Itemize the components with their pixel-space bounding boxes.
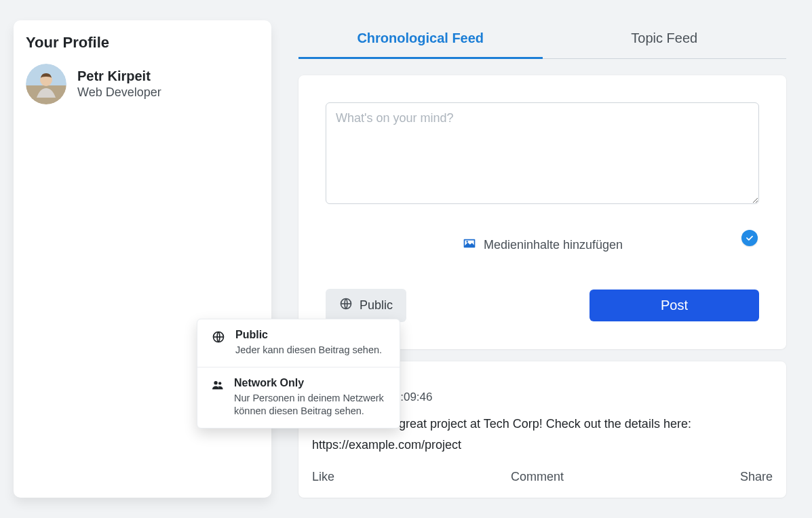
visibility-button[interactable]: Public (326, 289, 406, 322)
image-icon (462, 237, 477, 254)
profile-name: Petr Kirpeit (77, 68, 161, 84)
post-share-button[interactable]: Share (740, 470, 773, 484)
visibility-option-desc: Jeder kann diesen Beitrag sehen. (235, 344, 382, 357)
people-icon (211, 377, 225, 418)
visibility-selected-label: Public (360, 298, 393, 313)
tab-topic[interactable]: Topic Feed (543, 20, 787, 58)
globe-icon (339, 297, 353, 314)
check-icon (745, 233, 754, 243)
composer-textarea[interactable] (326, 102, 759, 204)
visibility-option-desc: Nur Personen in deinem Netzwerk können d… (234, 392, 386, 418)
profile-heading: Your Profile (26, 34, 259, 52)
visibility-dropdown: Public Jeder kann diesen Beitrag sehen. … (197, 319, 400, 429)
post-composer: Medieninhalte hinzufügen Public Post (298, 75, 786, 349)
add-media-button[interactable]: Medieninhalte hinzufügen (326, 237, 759, 254)
svg-point-8 (218, 382, 221, 384)
grammar-check-badge[interactable] (741, 230, 758, 246)
post-like-button[interactable]: Like (312, 470, 334, 484)
svg-point-4 (466, 241, 468, 243)
visibility-option-title: Network Only (234, 377, 386, 389)
add-media-label: Medieninhalte hinzufügen (484, 238, 623, 252)
globe-icon (211, 329, 226, 357)
visibility-option-public[interactable]: Public Jeder kann diesen Beitrag sehen. (197, 319, 400, 367)
svg-point-7 (214, 381, 217, 384)
visibility-option-network[interactable]: Network Only Nur Personen in deinem Netz… (197, 367, 400, 428)
post-comment-button[interactable]: Comment (511, 470, 564, 484)
post-timestamp: -16 20:09:46 (368, 391, 773, 404)
profile-row: Petr Kirpeit Web Developer (26, 64, 259, 104)
avatar[interactable] (26, 64, 66, 104)
profile-role: Web Developer (77, 85, 161, 100)
visibility-option-title: Public (235, 329, 382, 341)
post-button[interactable]: Post (589, 290, 759, 321)
tab-chronological[interactable]: Chronological Feed (298, 20, 543, 59)
feed-tabs: Chronological Feed Topic Feed (298, 20, 786, 59)
post-author[interactable]: e (368, 374, 773, 388)
